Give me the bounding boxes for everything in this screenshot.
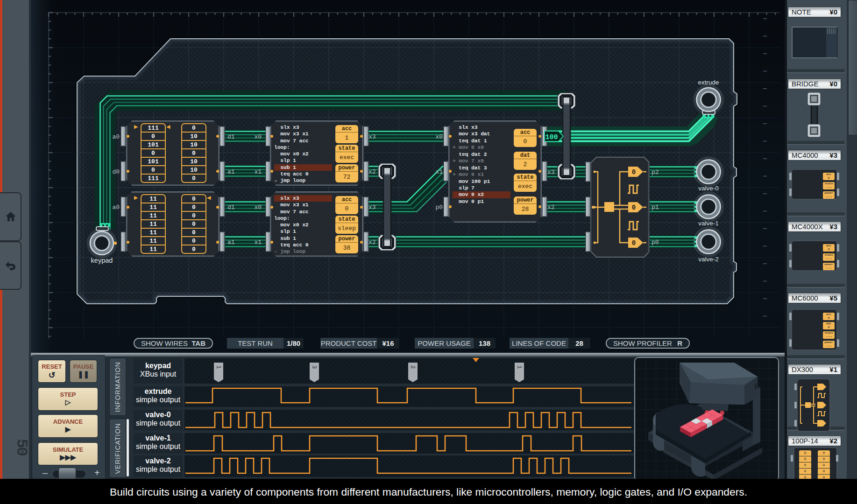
svg-text:p0: p0	[435, 204, 443, 211]
svg-text:x1: x1	[435, 168, 443, 175]
svg-text:extrude: extrude	[698, 79, 719, 86]
svg-text:0: 0	[632, 204, 636, 211]
svg-text:x3: x3	[547, 169, 555, 176]
svg-text:x1: x1	[254, 168, 262, 175]
svg-text:0: 0	[632, 168, 636, 176]
svg-text:x2: x2	[368, 168, 376, 175]
svg-text:x1: x1	[254, 239, 262, 246]
svg-text:a1: a1	[227, 168, 235, 175]
svg-text:x2: x2	[368, 239, 376, 246]
svg-text:keypad: keypad	[91, 257, 113, 264]
svg-text:a1: a1	[227, 239, 235, 246]
svg-text:x0: x0	[254, 204, 262, 211]
svg-text:x3: x3	[368, 133, 376, 140]
svg-text:x0: x0	[254, 133, 262, 140]
svg-text:2: 2	[410, 365, 417, 369]
svg-text:a0: a0	[112, 133, 120, 140]
svg-text:a0: a0	[112, 204, 120, 211]
svg-text:100: 100	[545, 133, 558, 141]
svg-text:x0: x0	[435, 133, 443, 140]
svg-text:x3: x3	[368, 204, 376, 211]
svg-text:d1: d1	[227, 204, 235, 211]
svg-text:1: 1	[215, 365, 222, 369]
svg-text:p0: p0	[652, 239, 659, 246]
svg-text:p2: p2	[652, 169, 659, 176]
svg-text:valve-1: valve-1	[698, 220, 719, 227]
svg-text:valve-0: valve-0	[698, 185, 719, 192]
svg-text:valve-2: valve-2	[698, 256, 719, 263]
svg-text:p1: p1	[652, 204, 659, 211]
svg-text:d0: d0	[112, 168, 120, 175]
svg-text:3: 3	[311, 365, 318, 369]
svg-text:d1: d1	[227, 133, 235, 140]
svg-text:0: 0	[632, 239, 636, 247]
svg-text:x2: x2	[547, 204, 555, 211]
svg-text:1: 1	[516, 365, 523, 369]
